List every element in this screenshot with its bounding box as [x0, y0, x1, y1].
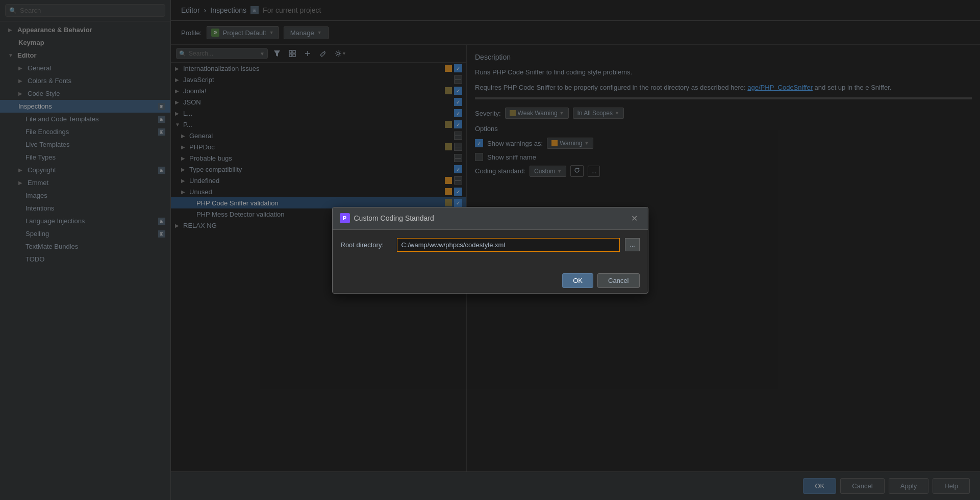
root-directory-input[interactable] — [397, 238, 620, 252]
modal-title-icon: P — [340, 213, 350, 223]
modal-header: P Custom Coding Standard ✕ — [333, 207, 648, 230]
root-directory-row: Root directory: ... — [341, 238, 640, 252]
root-directory-label: Root directory: — [341, 241, 392, 249]
modal-close-button[interactable]: ✕ — [628, 213, 641, 224]
modal-ok-button[interactable]: OK — [562, 273, 593, 288]
modal-body: Root directory: ... — [333, 230, 648, 268]
modal-overlay[interactable]: P Custom Coding Standard ✕ Root director… — [0, 0, 980, 500]
modal-title: Custom Coding Standard — [354, 214, 624, 222]
modal-footer: OK Cancel — [333, 268, 648, 293]
modal-cancel-button[interactable]: Cancel — [597, 273, 639, 288]
browse-button[interactable]: ... — [625, 238, 639, 251]
custom-coding-standard-modal: P Custom Coding Standard ✕ Root director… — [332, 207, 648, 294]
